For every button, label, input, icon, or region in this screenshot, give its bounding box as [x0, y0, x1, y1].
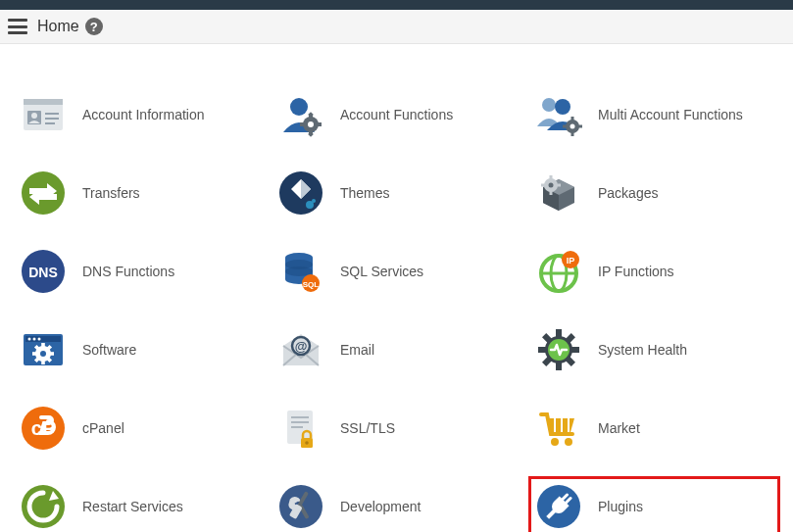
svg-rect-82	[291, 421, 309, 423]
account-info-icon	[20, 91, 67, 138]
tile-label: Plugins	[598, 499, 643, 514]
svg-point-22	[570, 124, 575, 129]
tile-label: Packages	[598, 185, 658, 201]
tile-account-information[interactable]: Account Information	[20, 91, 258, 138]
svg-rect-35	[541, 184, 546, 187]
tile-label: Account Functions	[340, 107, 453, 122]
svg-rect-81	[291, 416, 309, 418]
svg-rect-9	[45, 122, 55, 124]
email-icon: @	[277, 326, 324, 373]
tile-themes[interactable]: Themes	[277, 169, 516, 217]
tile-account-functions[interactable]: Account Functions	[277, 91, 516, 138]
svg-rect-59	[41, 360, 45, 364]
partial-tile-2[interactable]	[277, 48, 516, 68]
tile-development[interactable]: Development	[277, 483, 516, 530]
svg-text:IP: IP	[567, 256, 575, 266]
partial-tile-3[interactable]	[535, 48, 773, 68]
plugins-icon	[535, 483, 582, 530]
sql-icon: SQL	[277, 248, 324, 295]
svg-rect-7	[45, 113, 59, 115]
tile-label: Transfers	[82, 185, 140, 201]
tile-label: Multi Account Functions	[598, 107, 743, 122]
themes-icon	[277, 169, 324, 217]
svg-rect-83	[291, 426, 303, 428]
restart-icon	[20, 483, 67, 530]
tile-cpanel[interactable]: cP cPanel	[20, 405, 258, 452]
svg-point-30	[312, 199, 316, 203]
tile-dns-functions[interactable]: DNS DNS Functions	[20, 248, 258, 295]
tile-label: Development	[340, 499, 421, 514]
tile-label: Restart Services	[82, 499, 183, 514]
tile-label: cPanel	[82, 420, 124, 436]
svg-rect-69	[556, 329, 562, 338]
svg-point-85	[305, 441, 309, 445]
transfers-icon	[20, 169, 67, 217]
ip-icon: IP	[535, 248, 582, 295]
tile-label: Email	[340, 342, 374, 358]
tile-label: DNS Functions	[82, 264, 174, 279]
tile-restart-services[interactable]: Restart Services	[20, 483, 258, 530]
svg-point-19	[542, 98, 556, 112]
menu-icon[interactable]	[8, 19, 27, 34]
svg-rect-36	[556, 184, 561, 187]
svg-text:DNS: DNS	[28, 265, 58, 280]
tile-market[interactable]: Market	[535, 405, 773, 452]
tile-plugins[interactable]: Plugins	[528, 476, 780, 532]
tile-software[interactable]: Software	[20, 326, 258, 373]
svg-rect-34	[550, 190, 553, 195]
tiles-grid: Account Information Account Functions	[0, 91, 793, 532]
tile-email[interactable]: @ Email	[277, 326, 516, 373]
svg-text:@: @	[295, 339, 308, 354]
ssl-icon	[277, 405, 324, 452]
tile-label: IP Functions	[598, 264, 674, 279]
partial-tile-1[interactable]	[20, 48, 258, 68]
svg-point-32	[549, 183, 554, 188]
software-icon	[20, 326, 67, 373]
tile-label: Themes	[340, 185, 390, 201]
partial-row	[0, 44, 793, 91]
svg-point-20	[555, 99, 570, 115]
svg-point-53	[28, 338, 31, 341]
tile-ip-functions[interactable]: IP IP Functions	[535, 248, 773, 295]
svg-point-90	[565, 438, 572, 446]
development-icon	[277, 483, 324, 530]
svg-text:SQL: SQL	[303, 280, 320, 289]
svg-point-55	[38, 338, 41, 341]
breadcrumb-bar: Home ?	[0, 10, 793, 44]
svg-point-10	[290, 98, 308, 116]
tile-label: SSL/TLS	[340, 420, 395, 436]
svg-rect-26	[577, 125, 582, 128]
svg-rect-14	[300, 122, 306, 126]
tile-packages[interactable]: Packages	[535, 169, 773, 217]
tile-multi-account-functions[interactable]: Multi Account Functions	[535, 91, 773, 138]
packages-icon	[535, 169, 582, 217]
svg-text:cP: cP	[31, 417, 55, 439]
tile-ssl-tls[interactable]: SSL/TLS	[277, 405, 516, 452]
svg-rect-15	[316, 122, 322, 126]
svg-rect-70	[556, 362, 562, 370]
svg-point-89	[551, 438, 559, 446]
market-icon	[535, 405, 582, 452]
tile-label: SQL Services	[340, 264, 423, 279]
svg-rect-58	[41, 343, 45, 348]
partial-icon-2	[277, 48, 324, 68]
tile-transfers[interactable]: Transfers	[20, 169, 258, 217]
svg-rect-60	[32, 352, 37, 356]
svg-rect-8	[45, 118, 59, 120]
svg-point-54	[33, 338, 36, 341]
breadcrumb-title[interactable]: Home	[37, 18, 79, 35]
tile-label: Account Information	[82, 107, 205, 122]
tile-label: Software	[82, 342, 136, 358]
tile-sql-services[interactable]: SQL SQL Services	[277, 248, 516, 295]
svg-rect-23	[571, 117, 574, 121]
cpanel-icon: cP	[20, 405, 67, 452]
svg-rect-25	[563, 125, 568, 128]
svg-rect-24	[571, 131, 574, 136]
help-icon[interactable]: ?	[85, 18, 103, 35]
tile-system-health[interactable]: System Health	[535, 326, 773, 373]
account-functions-icon	[277, 91, 324, 138]
tile-label: System Health	[598, 342, 687, 358]
dns-icon: DNS	[20, 248, 67, 295]
svg-rect-4	[24, 99, 63, 105]
multi-account-icon	[535, 91, 582, 138]
